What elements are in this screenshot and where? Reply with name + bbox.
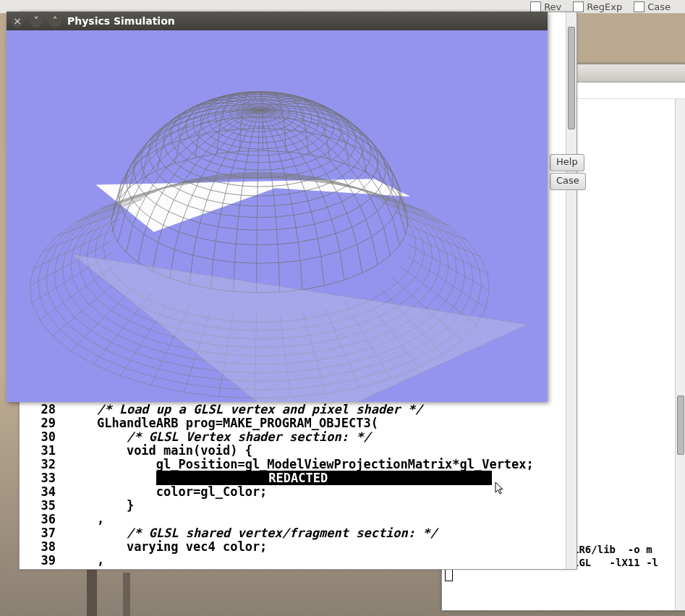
- code-line[interactable]: 35 }: [24, 499, 566, 513]
- minimize-button[interactable]: ˅: [30, 14, 43, 27]
- opengl-viewport[interactable]: [7, 30, 548, 402]
- code-line[interactable]: 38 varying vec4 color;: [24, 540, 566, 554]
- help-button[interactable]: Help: [550, 154, 584, 171]
- terminal-scrollbar[interactable]: [675, 99, 685, 610]
- code-line[interactable]: 31 void main(void) {: [24, 444, 566, 458]
- code-line[interactable]: 28 /* Load up a GLSL vertex and pixel sh…: [24, 403, 566, 416]
- code-line[interactable]: 30 /* GLSL Vertex shader section: */: [24, 430, 566, 444]
- code-line[interactable]: 33 REDACTED: [24, 471, 566, 485]
- maximize-button[interactable]: ˄: [48, 14, 61, 27]
- case-button[interactable]: Case: [550, 173, 586, 190]
- code-line[interactable]: 36 ,: [24, 513, 566, 526]
- scrollbar-thumb[interactable]: [677, 395, 684, 455]
- code-line[interactable]: 32 gl_Position=gl_ModelViewProjectionMat…: [24, 458, 566, 471]
- code-line[interactable]: 34 color=gl_Color;: [24, 485, 566, 499]
- code-line[interactable]: 39 ,: [24, 554, 566, 568]
- rev-checkbox[interactable]: Rev: [530, 1, 561, 12]
- simulation-window[interactable]: × ˅ ˄ Physics Simulation: [7, 12, 548, 402]
- close-button[interactable]: ×: [11, 14, 24, 27]
- simulation-titlebar[interactable]: × ˅ ˄ Physics Simulation: [7, 12, 548, 30]
- case-checkbox[interactable]: Case: [634, 1, 671, 12]
- scrollbar-thumb[interactable]: [568, 27, 575, 129]
- code-line[interactable]: 29 GLhandleARB prog=MAKE_PROGRAM_OBJECT3…: [24, 416, 566, 430]
- editor-scrollbar[interactable]: [566, 12, 576, 569]
- simulation-title: Physics Simulation: [67, 14, 175, 27]
- regexp-checkbox[interactable]: RegExp: [573, 1, 622, 12]
- code-line[interactable]: 37 /* GLSL shared vertex/fragment sectio…: [24, 526, 566, 540]
